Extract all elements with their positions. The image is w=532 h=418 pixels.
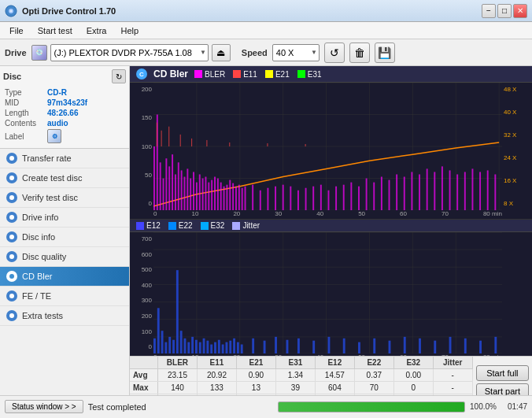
bottom-chart: E12 E22 E32 Jitter	[130, 220, 532, 356]
sidebar-item-cd-bler[interactable]: CD Bler	[0, 267, 129, 287]
sidebar-item-disc-info[interactable]: Disc info	[0, 227, 129, 247]
svg-rect-22	[172, 154, 173, 210]
svg-rect-69	[419, 174, 420, 210]
start-part-button[interactable]: Start part	[476, 383, 529, 395]
bottom-chart-svg-area	[153, 232, 502, 353]
disc-length-label: Length	[5, 109, 46, 117]
legend-color-e11	[233, 70, 241, 78]
svg-rect-72	[441, 166, 443, 210]
toolbar: Drive 💿 (J:) PLEXTOR DVDR PX-755A 1.08 ▼…	[0, 39, 532, 66]
disc-label-label: Label	[5, 129, 46, 143]
legend-e11: E11	[233, 70, 257, 79]
svg-rect-33	[205, 177, 206, 211]
svg-rect-23	[175, 174, 176, 210]
sidebar-item-fe-te[interactable]: FE / TE	[0, 287, 129, 306]
svg-rect-30	[196, 183, 198, 210]
max-e11: 133	[198, 382, 237, 394]
label-icon[interactable]: ⚙	[47, 129, 61, 143]
svg-rect-44	[238, 185, 240, 210]
progress-bar	[278, 401, 465, 412]
total-bler: 67285	[158, 394, 198, 395]
svg-rect-18	[160, 162, 161, 210]
svg-rect-119	[210, 345, 212, 354]
close-button[interactable]: ✕	[513, 4, 527, 18]
sidebar-item-extra-tests[interactable]: Extra tests	[0, 306, 129, 326]
disc-title: Disc	[3, 72, 21, 81]
menu-start-test[interactable]: Start test	[31, 24, 79, 37]
avg-label: Avg	[130, 369, 158, 381]
svg-rect-36	[214, 177, 216, 211]
max-e22: 70	[355, 382, 394, 394]
svg-rect-133	[312, 341, 315, 353]
right-panel: C CD Bler BLER E11 E21 E31	[130, 66, 532, 395]
bottom-y-axis: 700 600 500 400 300 200 100 0	[130, 232, 153, 353]
sidebar-item-transfer-rate[interactable]: Transfer rate	[0, 149, 129, 168]
sidebar-item-drive-info[interactable]: Drive info	[0, 208, 129, 227]
menu-extra[interactable]: Extra	[80, 24, 113, 37]
svg-rect-88	[305, 144, 306, 146]
svg-rect-85	[206, 140, 207, 146]
disc-refresh-button[interactable]: ↻	[112, 69, 126, 83]
time-label: 01:47	[508, 402, 527, 411]
svg-rect-40	[226, 185, 227, 210]
menu-file[interactable]: File	[3, 24, 30, 37]
svg-rect-114	[191, 337, 194, 353]
svg-rect-124	[229, 341, 231, 353]
clear-button[interactable]: 🗑	[349, 43, 370, 63]
bottom-right-spacer	[502, 232, 532, 353]
total-e12: 42331	[316, 394, 355, 395]
svg-rect-123	[225, 342, 227, 353]
nav-dot-icon	[6, 192, 17, 203]
disc-length-value: 48:26.66	[47, 109, 124, 117]
sidebar-item-verify-test-disc[interactable]: Verify test disc	[0, 188, 129, 208]
sidebar-item-disc-quality[interactable]: Disc quality	[0, 247, 129, 267]
legend-color-jitter	[232, 222, 240, 230]
eject-button[interactable]: ⏏	[212, 44, 231, 61]
svg-rect-135	[343, 338, 345, 353]
status-window-button[interactable]: Status window > >	[5, 400, 83, 413]
svg-rect-118	[206, 341, 209, 353]
svg-rect-34	[208, 183, 209, 210]
max-e21: 13	[237, 382, 276, 394]
menu-help[interactable]: Help	[114, 24, 145, 37]
svg-rect-83	[180, 135, 181, 146]
svg-rect-59	[343, 185, 345, 210]
col-jitter: Jitter	[434, 357, 473, 368]
svg-rect-57	[328, 191, 330, 210]
svg-rect-105	[157, 308, 160, 353]
col-e31: E31	[276, 357, 316, 368]
max-label: Max	[130, 382, 158, 394]
svg-rect-26	[184, 177, 186, 211]
svg-rect-38	[220, 183, 222, 210]
speed-dropdown[interactable]: 40 X ▼	[272, 44, 320, 61]
drive-dropdown[interactable]: (J:) PLEXTOR DVDR PX-755A 1.08 ▼	[50, 44, 209, 61]
svg-rect-125	[233, 338, 235, 353]
save-button[interactable]: 💾	[375, 43, 395, 63]
disc-length-row: Length 48:26.66	[5, 109, 124, 117]
refresh-button[interactable]: ↺	[324, 43, 345, 63]
svg-rect-109	[172, 340, 175, 353]
minimize-button[interactable]: −	[482, 4, 496, 18]
window-title: Opti Drive Control 1.70	[22, 6, 116, 16]
title-bar: Opti Drive Control 1.70 − □ ✕	[0, 0, 532, 22]
chart-icon: C	[136, 68, 147, 80]
svg-rect-76	[471, 168, 473, 210]
svg-rect-110	[176, 270, 179, 353]
start-full-button[interactable]: Start full	[476, 365, 529, 381]
avg-e21: 0.90	[237, 369, 276, 381]
total-e32: 0	[394, 394, 434, 395]
svg-rect-20	[165, 158, 167, 210]
svg-rect-81	[161, 131, 162, 146]
svg-rect-78	[487, 170, 489, 210]
svg-rect-56	[320, 185, 322, 210]
total-e11: 60788	[198, 394, 237, 395]
total-jitter	[434, 394, 473, 395]
total-e21: 2606	[237, 394, 276, 395]
svg-rect-113	[187, 342, 190, 353]
sidebar-item-create-test-disc[interactable]: Create test disc	[0, 168, 129, 188]
svg-rect-45	[242, 188, 243, 210]
legend-color-bler	[194, 70, 202, 78]
svg-rect-46	[245, 187, 246, 210]
maximize-button[interactable]: □	[497, 4, 512, 18]
svg-rect-145	[494, 337, 497, 353]
